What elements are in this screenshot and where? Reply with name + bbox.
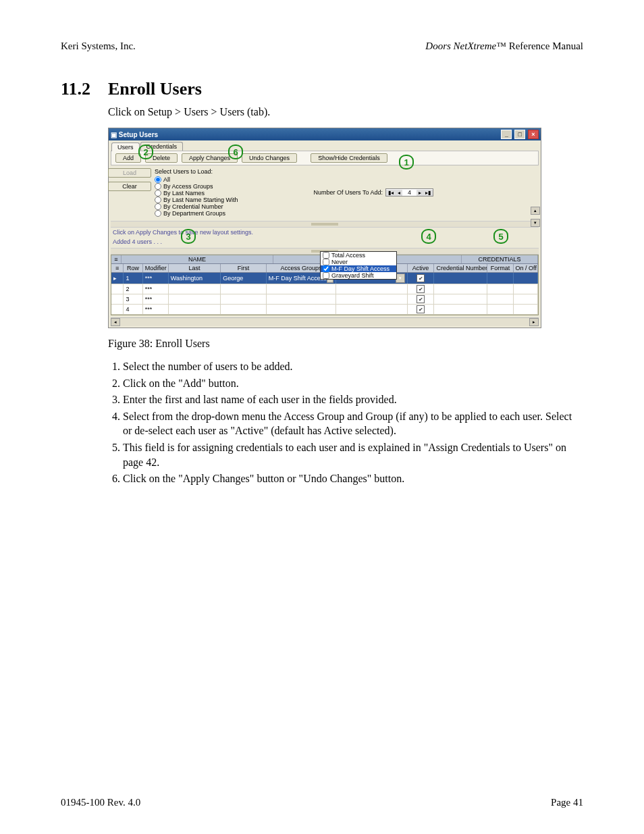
vertical-scroll[interactable]: ▴ ▾ — [531, 207, 539, 227]
spinner-next-icon[interactable]: ▸ — [417, 190, 423, 196]
horizontal-scroll[interactable]: ◂ ▸ — [111, 317, 539, 326]
status-added: Added 4 users . . . — [109, 237, 541, 246]
spinner-last-icon[interactable]: ▸▮ — [423, 190, 433, 196]
table-row[interactable]: 3 *** ✔ — [111, 294, 538, 305]
radio-last-name-starting[interactable] — [155, 197, 161, 203]
active-checkbox[interactable]: ✔ — [417, 274, 425, 282]
load-button[interactable]: Load — [108, 168, 151, 178]
access-groups-dropdown[interactable]: Total Access Never M-F Day Shift Access … — [320, 251, 397, 280]
figure-caption: Figure 38: Enroll Users — [108, 338, 583, 350]
company-name: Keri Systems, Inc. — [61, 41, 136, 52]
tab-users[interactable]: Users — [111, 142, 140, 151]
section-heading: 11.2Enroll Users — [61, 79, 583, 99]
num-users-spinner[interactable]: ▮◂ ◂ 4 ▸ ▸▮ — [385, 188, 433, 197]
table-row[interactable]: 2 *** ✔ — [111, 284, 538, 294]
callout-1: 1 — [399, 155, 414, 170]
status-hint: Click on Apply Changes to save new layou… — [109, 228, 541, 237]
callout-5: 5 — [493, 229, 508, 244]
splitter-top[interactable] — [111, 221, 539, 228]
active-checkbox[interactable]: ✔ — [417, 305, 425, 313]
list-item: Click on the "Add" button. — [123, 376, 583, 391]
callout-2: 2 — [138, 145, 153, 159]
list-item: Select from the drop-down menu the Acces… — [123, 409, 583, 438]
clear-button[interactable]: Clear — [108, 182, 151, 191]
radio-last-names[interactable] — [155, 190, 161, 197]
table-row[interactable]: 4 *** ✔ — [111, 305, 538, 315]
undo-changes-button[interactable]: Undo Changes — [242, 153, 297, 163]
toolbar: Add Delete Apply Changes Undo Changes Sh… — [111, 151, 539, 165]
window-titlebar: ▣ Setup Users _ □ × — [109, 128, 541, 140]
app-icon: ▣ — [111, 131, 117, 138]
page-header: Keri Systems, Inc. Doors NetXtreme™ Refe… — [61, 41, 583, 52]
maximize-button[interactable]: □ — [514, 130, 525, 139]
breadcrumb-instruction: Click on Setup > Users > Users (tab). — [108, 106, 583, 118]
radio-department-groups[interactable] — [155, 210, 161, 217]
close-button[interactable]: × — [528, 130, 539, 139]
add-button[interactable]: Add — [115, 153, 141, 163]
radio-credential-number[interactable] — [155, 203, 161, 210]
scroll-right-icon[interactable]: ▸ — [529, 318, 539, 326]
doc-revision: 01945-100 Rev. 4.0 — [61, 797, 140, 808]
num-users-group: Number Of Users To Add: ▮◂ ◂ 4 ▸ ▸▮ — [314, 168, 433, 217]
active-checkbox[interactable]: ✔ — [417, 295, 425, 303]
list-item: Enter the first and last name of each us… — [123, 392, 583, 407]
active-checkbox[interactable]: ✔ — [417, 285, 425, 293]
spinner-first-icon[interactable]: ▮◂ — [386, 190, 396, 196]
screenshot-window: ▣ Setup Users _ □ × Users Credentials Ad… — [108, 128, 541, 328]
callout-4: 4 — [421, 229, 436, 244]
manual-title: Doors NetXtreme™ Reference Manual — [425, 41, 583, 52]
page-number: Page 41 — [551, 797, 583, 808]
scroll-left-icon[interactable]: ◂ — [111, 318, 120, 326]
spinner-prev-icon[interactable]: ◂ — [396, 190, 402, 196]
list-item: Select the number of users to be added. — [123, 359, 583, 374]
radio-all[interactable] — [155, 176, 161, 183]
list-item: Click on the "Apply Changes" button or "… — [123, 471, 583, 486]
callout-6: 6 — [228, 145, 243, 159]
window-title: Setup Users — [119, 131, 158, 138]
scroll-down-icon[interactable]: ▾ — [531, 219, 540, 227]
steps-list: Select the number of users to be added. … — [108, 359, 583, 486]
load-options: Select Users to Load: All By Access Grou… — [151, 168, 242, 217]
tab-strip: Users Credentials — [109, 140, 541, 151]
showhide-credentials-button[interactable]: Show/Hide Credentials — [311, 153, 387, 163]
minimize-button[interactable]: _ — [501, 130, 512, 139]
page-footer: 01945-100 Rev. 4.0 Page 41 — [61, 797, 583, 808]
scroll-up-icon[interactable]: ▴ — [531, 207, 540, 215]
callout-3: 3 — [181, 229, 196, 244]
list-item: This field is for assigning credentials … — [123, 440, 583, 469]
radio-access-groups[interactable] — [155, 183, 161, 190]
